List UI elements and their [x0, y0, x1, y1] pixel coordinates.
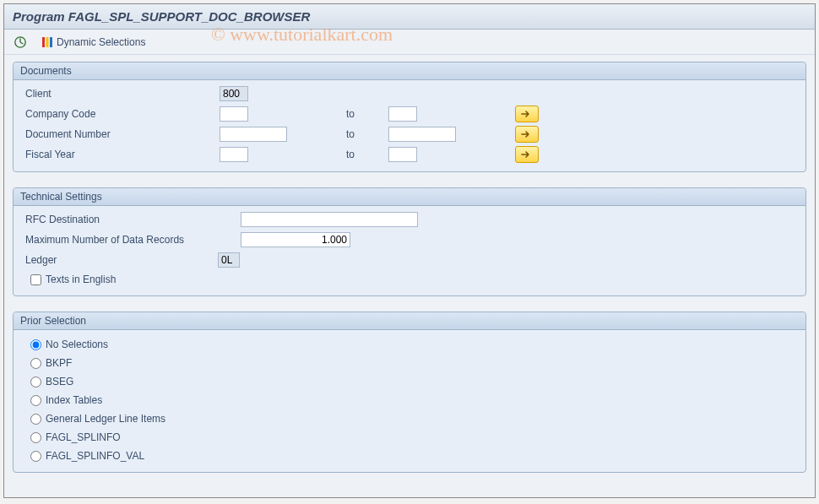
arrow-right-icon: [521, 110, 533, 118]
from-input[interactable]: [220, 147, 248, 162]
technical-settings-group: Technical Settings RFC Destination Maxim…: [13, 187, 806, 296]
svg-rect-3: [42, 37, 45, 47]
prior-option-radio[interactable]: [30, 395, 41, 406]
max-records-input[interactable]: [241, 232, 350, 247]
to-input[interactable]: [388, 127, 456, 142]
prior-option-label: FAGL_SPLINFO_VAL: [46, 450, 144, 462]
prior-option-row[interactable]: FAGL_SPLINFO_VAL: [14, 447, 805, 465]
field-label: Company Code: [25, 108, 220, 120]
prior-option-radio[interactable]: [30, 377, 41, 387]
documents-row: Company Codeto: [14, 104, 805, 124]
rfc-destination-input[interactable]: [241, 212, 418, 227]
svg-line-2: [20, 42, 23, 44]
prior-selection-header: Prior Selection: [14, 312, 805, 330]
dynamic-selections-button[interactable]: Dynamic Selections: [36, 33, 150, 51]
prior-option-label: BKPF: [46, 357, 72, 369]
prior-option-radio[interactable]: [30, 432, 41, 443]
rfc-destination-label: RFC Destination: [25, 214, 241, 225]
ledger-label: Ledger: [25, 254, 218, 266]
prior-option-label: BSEG: [46, 376, 73, 387]
dynamic-selections-label: Dynamic Selections: [57, 36, 145, 48]
multiple-selection-button[interactable]: [515, 106, 539, 122]
documents-group: Documents ClientCompany CodetoDocument N…: [13, 62, 806, 172]
documents-header: Documents: [14, 62, 805, 80]
prior-option-row[interactable]: General Ledger Line Items: [14, 409, 805, 428]
field-label: Client: [25, 88, 220, 100]
prior-option-label: No Selections: [46, 339, 108, 350]
from-input[interactable]: [220, 106, 248, 122]
prior-option-row[interactable]: BSEG: [14, 372, 805, 391]
field-label: Document Number: [25, 128, 220, 140]
page-title: Program FAGL_SPL_SUPPORT_DOC_BROWSER: [4, 4, 815, 30]
prior-option-label: General Ledger Line Items: [46, 413, 165, 425]
to-input[interactable]: [388, 106, 417, 122]
technical-settings-header: Technical Settings: [14, 188, 805, 206]
prior-option-row[interactable]: Index Tables: [14, 391, 805, 409]
texts-in-english-checkbox[interactable]: [30, 274, 41, 285]
texts-in-english-row[interactable]: Texts in English: [14, 270, 805, 289]
to-label: to: [346, 149, 388, 160]
dynamic-selections-icon: [41, 36, 53, 48]
documents-row: Client: [14, 84, 805, 104]
prior-option-row[interactable]: BKPF: [14, 354, 805, 372]
prior-option-row[interactable]: FAGL_SPLINFO: [14, 428, 805, 447]
arrow-right-icon: [521, 130, 533, 138]
app-frame: Program FAGL_SPL_SUPPORT_DOC_BROWSER Dyn…: [3, 3, 816, 498]
svg-rect-4: [46, 37, 49, 47]
toolbar: Dynamic Selections: [4, 30, 815, 55]
texts-in-english-label: Texts in English: [46, 274, 116, 285]
field-label: Fiscal Year: [25, 149, 220, 160]
multiple-selection-button[interactable]: [515, 126, 539, 143]
to-label: to: [346, 128, 388, 140]
prior-option-radio[interactable]: [30, 414, 41, 425]
content-area: Documents ClientCompany CodetoDocument N…: [4, 55, 815, 485]
to-input[interactable]: [388, 147, 417, 162]
prior-option-radio[interactable]: [30, 451, 41, 462]
to-label: to: [346, 108, 388, 120]
from-input[interactable]: [220, 127, 287, 142]
multiple-selection-button[interactable]: [515, 146, 539, 163]
prior-option-label: Index Tables: [46, 394, 102, 406]
prior-option-radio[interactable]: [30, 358, 41, 369]
prior-option-row[interactable]: No Selections: [14, 335, 805, 354]
ledger-input[interactable]: [218, 252, 240, 268]
arrow-right-icon: [521, 150, 533, 159]
clock-execute-icon: [14, 35, 27, 49]
execute-button[interactable]: [11, 33, 30, 51]
from-input[interactable]: [220, 86, 248, 101]
prior-option-radio[interactable]: [30, 339, 41, 350]
prior-option-label: FAGL_SPLINFO: [46, 431, 121, 443]
documents-row: Fiscal Yearto: [14, 144, 805, 165]
svg-rect-5: [50, 37, 52, 47]
max-records-label: Maximum Number of Data Records: [25, 234, 241, 246]
documents-row: Document Numberto: [14, 124, 805, 144]
prior-selection-group: Prior Selection No SelectionsBKPFBSEGInd…: [13, 312, 806, 473]
